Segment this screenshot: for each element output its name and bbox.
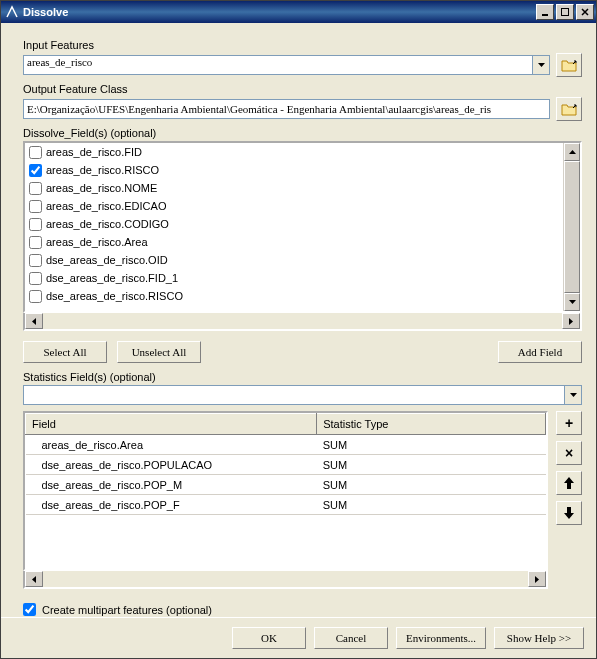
dissolve-field-item[interactable]: areas_de_risco.RISCO	[25, 161, 563, 179]
svg-rect-0	[542, 14, 548, 16]
stats-header-field[interactable]: Field	[26, 414, 317, 435]
statistics-fields-label: Statistics Field(s) (optional)	[23, 371, 582, 383]
field-name: areas_de_risco.Area	[46, 236, 148, 248]
field-name: dse_areas_de_risco.OID	[46, 254, 168, 266]
maximize-button[interactable]	[556, 4, 574, 20]
stats-header-type[interactable]: Statistic Type	[317, 414, 546, 435]
stats-type-cell: SUM	[317, 435, 546, 455]
field-name: areas_de_risco.RISCO	[46, 164, 159, 176]
input-features-browse-button[interactable]	[556, 53, 582, 77]
table-row[interactable]: dse_areas_de_risco.POP_MSUM	[26, 475, 546, 495]
output-feature-class-label: Output Feature Class	[23, 83, 582, 95]
dissolve-field-item[interactable]: dse_areas_de_risco.OID	[25, 251, 563, 269]
dissolve-fields-list[interactable]: areas_de_risco.FIDareas_de_risco.RISCOar…	[23, 141, 582, 313]
chevron-down-icon[interactable]	[532, 56, 549, 74]
field-checkbox[interactable]	[29, 236, 42, 249]
output-feature-class-input[interactable]	[23, 99, 550, 119]
dissolve-field-item[interactable]: dse_areas_de_risco.FID_1	[25, 269, 563, 287]
field-name: dse_areas_de_risco.RISCO	[46, 290, 183, 302]
table-row[interactable]: dse_areas_de_risco.POPULACAOSUM	[26, 455, 546, 475]
stats-field-cell: dse_areas_de_risco.POPULACAO	[26, 455, 317, 475]
output-feature-class-value[interactable]	[24, 100, 549, 118]
input-features-combo[interactable]: areas_de_risco	[23, 55, 550, 75]
stats-move-down-button[interactable]	[556, 501, 582, 525]
output-feature-class-browse-button[interactable]	[556, 97, 582, 121]
cancel-button[interactable]: Cancel	[314, 627, 388, 649]
multipart-checkbox[interactable]	[23, 603, 36, 616]
field-checkbox[interactable]	[29, 254, 42, 267]
field-name: areas_de_risco.FID	[46, 146, 142, 158]
ok-button[interactable]: OK	[232, 627, 306, 649]
stats-add-button[interactable]: +	[556, 411, 582, 435]
tool-icon	[5, 5, 19, 19]
window-title: Dissolve	[23, 6, 534, 18]
scroll-down-icon	[564, 293, 580, 311]
titlebar[interactable]: Dissolve	[1, 1, 596, 23]
stats-type-cell: SUM	[317, 475, 546, 495]
field-checkbox[interactable]	[29, 200, 42, 213]
environments-button[interactable]: Environments...	[396, 627, 486, 649]
dissolve-field-item[interactable]: dse_areas_de_risco.RISCO	[25, 287, 563, 305]
dissolve-field-item[interactable]: areas_de_risco.EDICAO	[25, 197, 563, 215]
stats-field-cell: dse_areas_de_risco.POP_M	[26, 475, 317, 495]
close-button[interactable]	[576, 4, 594, 20]
scroll-up-icon	[564, 143, 580, 161]
add-field-button[interactable]: Add Field	[498, 341, 582, 363]
unselect-all-button[interactable]: Unselect All	[117, 341, 201, 363]
fieldlist-scrollbar[interactable]	[563, 143, 580, 311]
table-row[interactable]: areas_de_risco.AreaSUM	[26, 435, 546, 455]
dissolve-fields-label: Dissolve_Field(s) (optional)	[23, 127, 582, 139]
chevron-down-icon[interactable]	[564, 386, 581, 404]
dissolve-field-item[interactable]: areas_de_risco.FID	[25, 143, 563, 161]
multipart-checkbox-row[interactable]: Create multipart features (optional)	[23, 603, 582, 616]
stats-type-cell: SUM	[317, 455, 546, 475]
field-name: areas_de_risco.EDICAO	[46, 200, 166, 212]
dissolve-field-item[interactable]: areas_de_risco.CODIGO	[25, 215, 563, 233]
field-name: areas_de_risco.CODIGO	[46, 218, 169, 230]
fieldlist-hscroll[interactable]	[23, 313, 582, 331]
field-name: dse_areas_de_risco.FID_1	[46, 272, 178, 284]
select-all-button[interactable]: Select All	[23, 341, 107, 363]
field-checkbox[interactable]	[29, 164, 42, 177]
field-checkbox[interactable]	[29, 290, 42, 303]
field-checkbox[interactable]	[29, 218, 42, 231]
stats-field-cell: areas_de_risco.Area	[26, 435, 317, 455]
dialog-footer: OK Cancel Environments... Show Help >>	[1, 617, 596, 658]
dissolve-field-item[interactable]: areas_de_risco.Area	[25, 233, 563, 251]
dissolve-field-item[interactable]: areas_de_risco.NOME	[25, 179, 563, 197]
stats-remove-button[interactable]: ×	[556, 441, 582, 465]
show-help-button[interactable]: Show Help >>	[494, 627, 584, 649]
stats-move-up-button[interactable]	[556, 471, 582, 495]
minimize-button[interactable]	[536, 4, 554, 20]
statistics-fields-combo[interactable]	[23, 385, 582, 405]
field-name: areas_de_risco.NOME	[46, 182, 157, 194]
table-row[interactable]: dse_areas_de_risco.POP_FSUM	[26, 495, 546, 515]
stats-hscroll[interactable]	[23, 571, 548, 589]
multipart-label: Create multipart features (optional)	[42, 604, 212, 616]
field-checkbox[interactable]	[29, 182, 42, 195]
input-features-value: areas_de_risco	[24, 56, 532, 74]
svg-rect-1	[562, 9, 569, 16]
statistics-table[interactable]: Field Statistic Type areas_de_risco.Area…	[23, 411, 548, 571]
stats-field-cell: dse_areas_de_risco.POP_F	[26, 495, 317, 515]
input-features-label: Input Features	[23, 39, 582, 51]
stats-type-cell: SUM	[317, 495, 546, 515]
field-checkbox[interactable]	[29, 272, 42, 285]
dissolve-window: Dissolve Input Features areas_de_risco O…	[0, 0, 597, 659]
field-checkbox[interactable]	[29, 146, 42, 159]
